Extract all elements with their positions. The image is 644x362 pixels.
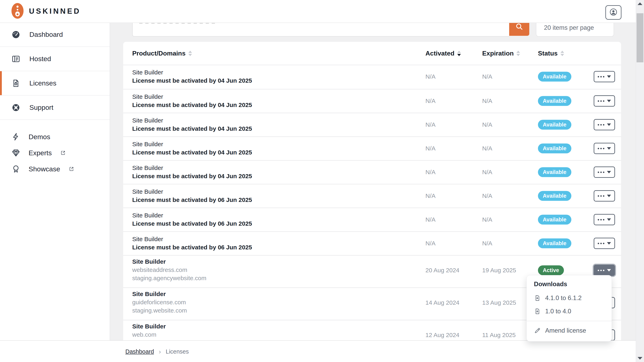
sort-carets-icon [457,51,461,56]
expiration-cell: N/A [482,240,492,247]
uskinned-logo-icon [11,2,24,20]
expiration-cell: N/A [482,169,492,176]
demos-bolt-icon [11,132,20,141]
menu-item-download-1-0-to-4-0[interactable]: 1.0 to 4.0 [527,305,612,318]
sidebar-item-label: Demos [28,133,50,141]
window-scrollbar[interactable] [636,0,644,362]
activated-cell: N/A [426,73,436,80]
ellipsis-icon [598,219,604,220]
sidebar-item-experts[interactable]: Experts [0,145,110,161]
activated-cell: N/A [426,216,436,223]
ellipsis-icon [598,243,604,244]
row-actions-button[interactable] [594,214,615,225]
table-row: Site BuilderLicense must be activated by… [123,113,621,136]
row-actions-button[interactable] [594,119,615,130]
table-row: Site BuilderLicense must be activated by… [123,160,621,184]
items-per-page-value: 20 items per page [544,24,594,31]
expiration-cell: N/A [482,192,492,199]
row-actions-button[interactable] [594,95,615,107]
row-actions-button[interactable] [594,71,615,82]
expiration-cell: N/A [482,121,492,128]
breadcrumb: Dashboard › Licenses [126,348,189,355]
table-row: Site BuilderLicense must be activated by… [123,89,621,113]
activated-cell: 12 Aug 2024 [426,332,460,339]
activated-cell: N/A [426,169,436,176]
account-button[interactable] [605,5,622,20]
activated-cell: N/A [426,192,436,199]
caret-down-icon [607,269,611,272]
caret-down-icon [607,147,611,150]
sidebar-item-dashboard[interactable]: Dashboard [0,22,110,47]
breadcrumb-dashboard-link[interactable]: Dashboard [126,348,154,355]
breadcrumb-current: Licenses [166,348,189,355]
activated-cell: N/A [426,97,436,104]
sidebar: DashboardHostedLicensesSupportDemosExper… [0,22,110,340]
column-header-product-domains[interactable]: Product/Domains [132,42,192,65]
sidebar-item-licenses[interactable]: Licenses [0,71,110,95]
status-badge: Available [538,215,571,225]
sidebar-item-support[interactable]: Support [0,95,110,120]
column-header-activated[interactable]: Activated [426,42,461,65]
scrollbar-down-arrow-icon[interactable] [638,357,642,360]
sidebar-item-label: Support [30,104,53,111]
status-badge: Available [538,191,571,201]
experts-gem-icon [11,148,20,157]
sidebar-item-label: Dashboard [30,30,63,38]
account-person-icon [609,8,618,17]
status-badge: Available [538,72,571,82]
caret-down-icon [607,195,611,197]
sort-carets-icon [188,51,192,56]
ellipsis-icon [598,100,604,102]
table-row: Site BuilderLicense must be activated by… [123,136,621,160]
activated-cell: 20 Aug 2024 [426,267,460,274]
top-header: USKINNED [0,0,636,23]
scrollbar-up-arrow-icon[interactable] [638,2,642,5]
sidebar-item-label: Licenses [30,79,56,87]
caret-down-icon [607,75,611,78]
activated-cell: 14 Aug 2024 [426,299,460,306]
file-download-icon [534,295,541,302]
row-actions-button[interactable] [594,238,615,249]
row-actions-menu: Downloads 4.1.0 to 6.1.21.0 to 4.0 Amend… [526,275,612,342]
hosted-icon [11,54,20,63]
expiration-cell: 11 Aug 2025 [482,332,516,339]
menu-item-amend-license[interactable]: Amend license [527,324,612,337]
expiration-cell: N/A [482,145,492,152]
sidebar-item-demos[interactable]: Demos [0,129,110,145]
caret-down-icon [607,171,611,173]
column-header-status[interactable]: Status [538,42,564,65]
ellipsis-icon [598,148,604,149]
sidebar-item-label: Showcase [28,165,60,173]
external-link-icon [60,150,66,156]
caret-down-icon [607,242,611,245]
scrollbar-thumb[interactable] [636,13,644,62]
column-header-expiration[interactable]: Expiration [482,42,520,65]
support-lifebuoy-icon [11,103,20,112]
expiration-cell: 19 Aug 2025 [482,267,516,274]
row-actions-button[interactable] [594,190,615,202]
row-actions-button[interactable] [594,143,615,154]
activated-cell: N/A [426,240,436,247]
row-actions-button[interactable] [594,167,615,178]
sidebar-item-hosted[interactable]: Hosted [0,47,110,71]
bottom-bar: Dashboard › Licenses [0,340,636,362]
showcase-rosette-icon [11,164,20,174]
menu-item-download-4-1-0-to-6-1-2[interactable]: 4.1.0 to 6.1.2 [527,291,612,305]
activated-cell: N/A [426,145,436,152]
pencil-icon [534,327,541,334]
brand-logo[interactable]: USKINNED [11,2,81,20]
caret-down-icon [607,123,611,126]
row-actions-button[interactable] [594,265,615,276]
product-name: Site Builder [132,257,621,266]
activated-cell: N/A [426,121,436,128]
breadcrumb-chevron-icon: › [159,348,161,355]
table-row: Site BuilderLicense must be activated by… [123,65,621,89]
sidebar-item-showcase[interactable]: Showcase [0,161,110,177]
caret-down-icon [607,100,611,102]
status-badge: Available [538,239,571,248]
expiration-cell: N/A [482,216,492,223]
search-icon [515,22,523,31]
expiration-cell: N/A [482,97,492,104]
status-badge: Available [538,120,571,130]
sidebar-item-label: Hosted [30,55,51,63]
